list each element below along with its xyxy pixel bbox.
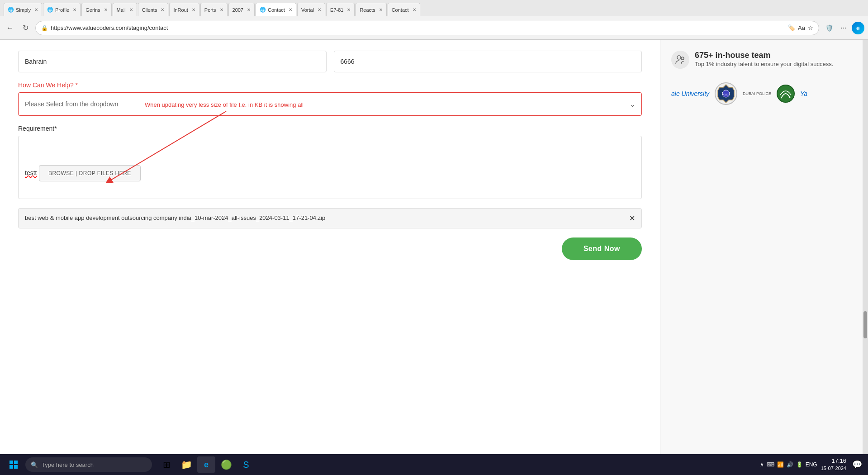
svg-point-4 [681,57,684,60]
tab-2007[interactable]: 2007 ✕ [228,3,255,16]
tray-arrow[interactable]: ∧ [760,461,764,468]
police-badge: POLICE [715,82,737,105]
sidebar-stat-content: 675+ in-house team Top 1% industry talen… [695,51,833,68]
tab-contact[interactable]: 🌐 Contact ✕ [256,3,296,16]
tab-close-simply[interactable]: ✕ [34,7,38,12]
tab-close-reacts[interactable]: ✕ [379,7,383,12]
taskbar-app-explorer[interactable]: 📁 [177,456,195,473]
scrollbar-thumb[interactable] [863,311,867,338]
windows-icon [9,461,18,469]
taskbar-app-chrome[interactable]: 🟢 [217,456,235,473]
main-area: How Can We Help? * Please Select from th… [0,40,868,454]
ya-label: Ya [800,90,807,97]
start-button[interactable] [4,456,24,473]
sidebar-stat-title: 675+ in-house team [695,51,833,60]
taskbar-app-edge[interactable]: e [197,456,215,473]
system-tray: ∧ ⌨ 📶 🔊 🔋 ENG [760,461,817,468]
how-can-we-help-group: How Can We Help? * Please Select from th… [18,81,642,116]
tray-volume[interactable]: 🔊 [787,461,793,468]
reader-icon[interactable]: Aa [798,24,805,31]
file-remove-button[interactable]: ✕ [629,214,635,223]
tray-keyboard: ⌨ [767,461,774,468]
tab-label-contact2: Contact [392,7,409,13]
tab-profile[interactable]: 🌐 Profile ✕ [43,3,81,16]
clock-time: 17:16 [821,457,846,465]
tab-close-2007[interactable]: ✕ [247,7,251,12]
sidebar-stat-desc: Top 1% industry talent to ensure your di… [695,60,833,68]
lang-indicator: ENG [806,461,817,468]
extensions-button[interactable]: 🛡️ [823,22,835,34]
tab-mail[interactable]: Mail ✕ [113,3,137,16]
taskbar-apps: ⊞ 📁 e 🟢 S [157,456,255,473]
taskbar-search[interactable]: 🔍 Type here to search [25,457,152,472]
tab-favicon-contact: 🌐 [260,7,266,13]
tab-close-vortal[interactable]: ✕ [318,7,321,12]
tab-label-vortal: Vortal [301,7,314,13]
tab-ports[interactable]: Ports ✕ [200,3,228,16]
help-dropdown[interactable]: Please Select from the dropdown Web Deve… [18,92,642,116]
file-name-text: best web & mobile app development outsou… [25,214,626,222]
tab-close-profile[interactable]: ✕ [73,7,76,12]
address-bar[interactable]: 🔒 https://www.valuecoders.com/staging/co… [35,21,819,35]
requirement-box[interactable]: testt BROWSE | DROP FILES HERE [18,136,642,199]
taskbar-right: ∧ ⌨ 📶 🔊 🔋 ENG 17:16 15-07-2024 💬 [760,457,864,472]
tab-close-inrout[interactable]: ✕ [192,7,195,12]
edge-icon: e [852,22,864,34]
tab-close-gerins[interactable]: ✕ [104,7,108,12]
tab-label-contact: Contact [268,7,285,13]
taskbar-app-skype[interactable]: S [237,456,255,473]
tab-close-mail[interactable]: ✕ [129,7,133,12]
tab-label-mail: Mail [117,7,126,13]
country-phone-row [18,51,642,72]
green-logo [777,85,795,103]
tab-label-2007: 2007 [232,7,243,13]
svg-text:POLICE: POLICE [722,93,730,96]
file-attachment: best web & mobile app development outsou… [18,208,642,228]
tab-vortal[interactable]: Vortal ✕ [297,3,325,16]
refresh-button[interactable]: ↻ [19,22,32,34]
country-input[interactable] [18,51,327,72]
tab-close-ports[interactable]: ✕ [220,7,223,12]
browser-actions: 🛡️ ⋯ e [823,22,864,34]
taskbar-search-text: Type here to search [42,461,94,468]
team-icon [671,51,689,69]
tab-inrout[interactable]: InRout ✕ [169,3,199,16]
tab-label-ports: Ports [204,7,216,13]
tab-label-gerins: Gerins [85,7,100,13]
bookmark-icon[interactable]: 🏷️ [788,24,795,31]
yale-university-text: ale University [671,90,709,97]
right-scrollbar[interactable] [863,40,868,454]
how-can-we-help-label: How Can We Help? * [18,81,642,89]
client-logos: ale University POLICE DUBAI POLICE [671,82,857,105]
tab-label-simply: Simply [16,7,31,13]
tab-favicon-profile: 🌐 [47,7,53,13]
requirement-label: Requirement* [18,125,642,132]
tab-label-inrout: InRout [173,7,188,13]
tab-contact2[interactable]: Contact ✕ [388,3,420,16]
browse-button[interactable]: BROWSE | DROP FILES HERE [39,165,141,181]
tab-simply[interactable]: 🌐 Simply ✕ [4,3,42,16]
back-button[interactable]: ← [4,22,16,34]
taskbar-app-taskview[interactable]: ⊞ [157,456,175,473]
tab-close-contact2[interactable]: ✕ [413,7,416,12]
tab-reacts[interactable]: Reacts ✕ [356,3,386,16]
svg-point-3 [677,56,681,59]
tab-close-clients[interactable]: ✕ [161,7,164,12]
tab-e781[interactable]: E7-81 ✕ [326,3,355,16]
dubai-police-logo: DUBAI POLICE [743,91,771,96]
notification-button[interactable]: 💬 [850,457,864,472]
tray-battery: 🔋 [796,461,803,468]
phone-input[interactable] [334,51,642,72]
requirement-group: Requirement* testt BROWSE | DROP FILES H… [18,125,642,199]
more-button[interactable]: ⋯ [837,22,850,34]
tab-close-contact[interactable]: ✕ [289,7,292,12]
nav-buttons: ← ↻ [4,22,32,34]
tray-network[interactable]: 📶 [777,461,784,468]
send-button[interactable]: Send Now [562,238,642,260]
star-icon[interactable]: ☆ [808,24,813,31]
tab-clients[interactable]: Clients ✕ [138,3,169,16]
taskbar-clock: 17:16 15-07-2024 [821,457,846,472]
taskbar: 🔍 Type here to search ⊞ 📁 e 🟢 S ∧ ⌨ 📶 🔊 … [0,454,868,475]
tab-close-e781[interactable]: ✕ [347,7,351,12]
tab-gerins[interactable]: Gerins ✕ [81,3,111,16]
